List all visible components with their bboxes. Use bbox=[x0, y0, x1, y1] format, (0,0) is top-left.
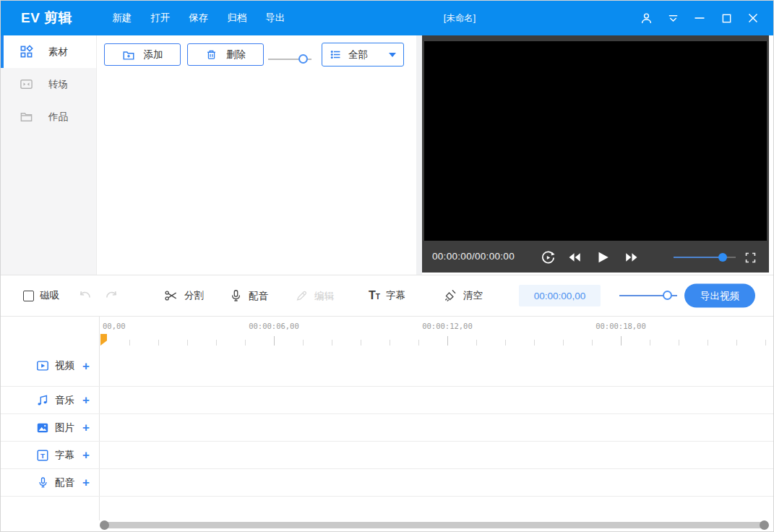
menu-open[interactable]: 打开 bbox=[141, 7, 179, 29]
user-icon[interactable] bbox=[636, 8, 656, 28]
subtitle-label: 字幕 bbox=[386, 289, 405, 302]
track-label: 配音 bbox=[55, 476, 74, 489]
fullscreen-icon[interactable] bbox=[742, 249, 758, 265]
track-row-voiceover: 配音 + bbox=[1, 469, 773, 497]
track-header-music: 音乐 + bbox=[1, 387, 100, 413]
ruler-corner bbox=[1, 317, 100, 346]
add-video-button[interactable]: + bbox=[82, 360, 90, 372]
menu-archive[interactable]: 归档 bbox=[218, 7, 256, 29]
titlebar: EV 剪辑 新建 打开 保存 归档 导出 [未命名] bbox=[1, 1, 773, 35]
ruler-scale[interactable]: 00,0000:00:06,0000:00:12,0000:00:18,00 bbox=[100, 317, 773, 346]
track-header-voiceover: 配音 + bbox=[1, 469, 100, 496]
track-row-music: 音乐 + bbox=[1, 387, 773, 414]
sidebar-item-label: 素材 bbox=[48, 46, 68, 59]
volume-thumb[interactable] bbox=[718, 253, 727, 262]
track-label: 图片 bbox=[55, 421, 74, 434]
add-subtitle-button[interactable]: + bbox=[82, 449, 90, 461]
fast-forward-button[interactable] bbox=[624, 249, 640, 265]
chevron-down-icon bbox=[389, 53, 396, 57]
thumbnail-size-slider[interactable] bbox=[268, 54, 311, 64]
clear-button[interactable]: 清空 bbox=[443, 288, 483, 303]
pen-icon bbox=[295, 289, 309, 303]
sidebar-item-works[interactable]: 作品 bbox=[1, 100, 96, 133]
empty-track-header bbox=[1, 497, 100, 520]
panel-gutter bbox=[416, 35, 422, 275]
document-title: [未命名] bbox=[405, 12, 514, 25]
clear-label: 清空 bbox=[463, 289, 483, 302]
volume-slider[interactable] bbox=[674, 252, 736, 262]
track-lane-video[interactable] bbox=[100, 346, 773, 386]
timeline-zoom-slider[interactable] bbox=[619, 291, 677, 301]
magnet-snap-toggle[interactable]: 磁吸 bbox=[23, 289, 59, 302]
track-lane-music[interactable] bbox=[100, 387, 773, 413]
loop-play-icon[interactable] bbox=[540, 249, 556, 265]
redo-button[interactable] bbox=[104, 288, 119, 304]
material-filter-dropdown[interactable]: 全部 bbox=[322, 43, 404, 66]
sidebar-item-label: 作品 bbox=[48, 111, 68, 124]
delete-material-button[interactable]: 删除 bbox=[187, 43, 264, 66]
sidebar-item-label: 转场 bbox=[48, 78, 68, 91]
sidebar-item-transition[interactable]: 转场 bbox=[1, 68, 96, 100]
titlebar-controls bbox=[636, 1, 763, 35]
rewind-button[interactable] bbox=[567, 249, 582, 265]
add-music-button[interactable]: + bbox=[82, 394, 90, 406]
export-label: 导出视频 bbox=[700, 289, 739, 302]
timeline-horizontal-scrollbar[interactable] bbox=[100, 520, 769, 530]
add-voiceover-button[interactable]: + bbox=[82, 476, 90, 489]
scrollbar-right-knob[interactable] bbox=[760, 520, 769, 530]
add-material-button[interactable]: 添加 bbox=[104, 43, 181, 66]
timeline-tracks: 视频 + 音乐 + bbox=[1, 346, 773, 520]
minimize-button[interactable] bbox=[689, 8, 710, 28]
scrollbar-track[interactable] bbox=[101, 522, 767, 528]
track-label: 视频 bbox=[55, 359, 74, 372]
collapse-menu-icon[interactable] bbox=[663, 8, 683, 28]
track-label: 字幕 bbox=[55, 449, 74, 462]
add-image-button[interactable]: + bbox=[82, 421, 90, 434]
edit-button[interactable]: 编辑 bbox=[295, 289, 334, 303]
track-lane-subtitle[interactable] bbox=[100, 442, 773, 468]
ruler-label: 00,00 bbox=[103, 322, 126, 330]
scrollbar-left-knob[interactable] bbox=[100, 520, 109, 530]
trash-icon bbox=[205, 48, 218, 61]
edit-toolbar: 磁吸 分割 bbox=[1, 275, 773, 317]
ruler-label: 00:00:12,00 bbox=[422, 322, 473, 330]
ruler-label: 00:00:18,00 bbox=[595, 322, 646, 330]
track-row-image: 图片 + bbox=[1, 414, 773, 442]
maximize-button[interactable] bbox=[716, 8, 736, 28]
zoom-slider-thumb[interactable] bbox=[663, 291, 672, 300]
track-header-subtitle: T 字幕 + bbox=[1, 442, 100, 468]
video-icon bbox=[36, 359, 49, 372]
image-icon bbox=[36, 421, 49, 434]
undo-button[interactable] bbox=[77, 288, 93, 304]
sidebar-item-material[interactable]: 素材 bbox=[1, 35, 96, 68]
broom-icon bbox=[443, 288, 457, 303]
slider-thumb[interactable] bbox=[298, 54, 308, 64]
subtitle-icon: T bbox=[36, 449, 49, 462]
works-folder-icon bbox=[20, 110, 33, 124]
track-lane-image[interactable] bbox=[100, 414, 773, 441]
menu-export[interactable]: 导出 bbox=[256, 7, 294, 29]
ruler-major-ticks bbox=[100, 336, 773, 346]
play-button[interactable] bbox=[595, 249, 611, 265]
folder-plus-icon bbox=[122, 48, 135, 61]
split-button[interactable]: 分割 bbox=[164, 288, 204, 303]
menu-new[interactable]: 新建 bbox=[103, 7, 141, 29]
material-grid-icon bbox=[20, 45, 33, 59]
sidebar: 素材 转场 作品 bbox=[1, 35, 97, 275]
export-video-button[interactable]: 导出视频 bbox=[684, 284, 755, 308]
close-button[interactable] bbox=[743, 8, 763, 28]
menu-save[interactable]: 保存 bbox=[179, 7, 218, 29]
scissors-icon bbox=[164, 288, 179, 303]
track-row-empty bbox=[1, 497, 773, 520]
delete-button-label: 删除 bbox=[226, 48, 246, 61]
filter-selected-value: 全部 bbox=[348, 48, 368, 61]
video-surface bbox=[424, 41, 767, 241]
dub-button[interactable]: 配音 bbox=[229, 289, 268, 303]
track-lane-voiceover[interactable] bbox=[100, 469, 773, 496]
material-panel: 添加 删除 全部 bbox=[98, 35, 416, 275]
magnet-checkbox[interactable] bbox=[23, 291, 34, 301]
subtitle-button[interactable]: TT 字幕 bbox=[369, 289, 405, 302]
edit-label: 编辑 bbox=[314, 289, 334, 302]
track-row-subtitle: T 字幕 + bbox=[1, 442, 773, 469]
volume-fill bbox=[674, 257, 724, 258]
